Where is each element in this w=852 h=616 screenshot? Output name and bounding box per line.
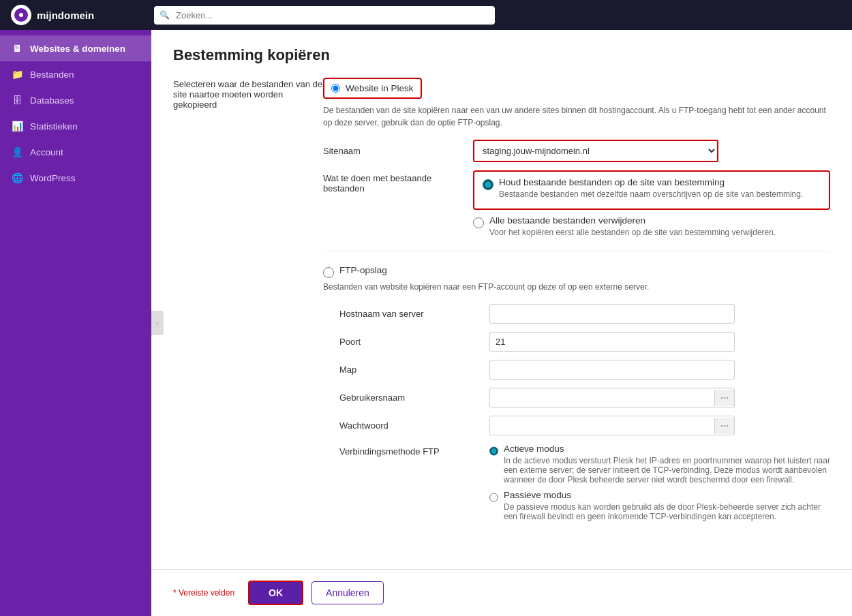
wat-te-doen-label: Wat te doen met bestaande bestanden — [323, 170, 473, 194]
ftp-opslag-label[interactable]: FTP-opslag — [339, 265, 387, 275]
required-note: * Vereiste velden — [173, 588, 234, 598]
wat-te-doen-options: Houd bestaande bestanden op de site van … — [473, 170, 830, 237]
poort-label: Poort — [339, 337, 489, 347]
verbindingsmethode-row: Verbindingsmethode FTP Actieve modus In … — [339, 444, 830, 525]
logo-dot — [19, 13, 23, 17]
gebruikersnaam-input-wrapper: ⋯ — [489, 388, 735, 407]
actieve-modus-desc: In de actieve modus verstuurt Plesk het … — [504, 456, 830, 484]
keep-files-radio[interactable] — [483, 179, 493, 190]
sidebar: 🖥 Websites & domeinen 📁 Bestanden 🗄 Data… — [0, 30, 151, 616]
poort-input-wrapper — [489, 332, 735, 352]
topbar: mijndomein — [0, 0, 852, 30]
sidebar-item-websites[interactable]: 🖥 Websites & domeinen — [0, 35, 151, 61]
section-label: Selecteren waar de bestanden van de site… — [173, 78, 323, 534]
page-title: Bestemming kopiëren — [173, 46, 830, 64]
sitenaam-input-wrapper: staging.jouw-mijndomein.nl — [473, 140, 718, 162]
logo-inner — [14, 8, 28, 22]
website-in-plesk-radio[interactable] — [331, 84, 340, 93]
wachtwoord-label: Wachtwoord — [339, 420, 489, 431]
wachtwoord-row: Wachtwoord ⋯ — [339, 416, 830, 435]
sidebar-item-websites-label: Websites & domeinen — [30, 44, 125, 54]
sidebar-item-databases-label: Databases — [30, 95, 74, 106]
verbindingsmethode-options: Actieve modus In de actieve modus verstu… — [489, 444, 830, 525]
logo-circle — [11, 5, 31, 25]
map-row: Map — [339, 360, 830, 380]
sidebar-item-bestanden-label: Bestanden — [30, 70, 74, 80]
ftp-description: Bestanden van website kopiëren naar een … — [323, 281, 830, 293]
account-icon: 👤 — [11, 146, 23, 158]
main-layout: 🖥 Websites & domeinen 📁 Bestanden 🗄 Data… — [0, 30, 852, 616]
bottom-bar: * Vereiste velden OK Annuleren — [151, 569, 852, 616]
sidebar-item-statistieken-label: Statistieken — [30, 121, 78, 132]
content-area: Bestemming kopiëren Selecteren waar de b… — [151, 30, 852, 569]
actieve-modus-radio[interactable] — [489, 446, 498, 457]
logo: mijndomein — [11, 5, 154, 25]
actieve-modus-option: Actieve modus In de actieve modus verstu… — [489, 444, 830, 484]
poort-input[interactable] — [489, 332, 735, 352]
sidebar-item-databases[interactable]: 🗄 Databases — [0, 87, 151, 113]
form-content: Website in Plesk De bestanden van de sit… — [323, 78, 830, 534]
wat-te-doen-row: Wat te doen met bestaande bestanden Houd… — [323, 170, 830, 237]
remove-files-option: Alle bestaande bestanden verwijderen Voo… — [473, 215, 830, 237]
remove-files-radio[interactable] — [473, 217, 484, 228]
sitenaam-label: Sitenaam — [323, 146, 473, 156]
gebruikersnaam-row: Gebruikersnaam ⋯ — [339, 388, 830, 407]
plesk-description: De bestanden van de site kopiëren naar e… — [323, 104, 830, 129]
sidebar-item-account-label: Account — [30, 147, 63, 157]
wachtwoord-input-group: ⋯ — [489, 416, 735, 435]
ok-button[interactable]: OK — [248, 581, 303, 605]
sidebar-item-wordpress[interactable]: 🌐 WordPress — [0, 165, 151, 191]
sidebar-item-statistieken[interactable]: 📊 Statistieken — [0, 113, 151, 139]
poort-row: Poort — [339, 332, 830, 352]
hostnaam-input[interactable] — [489, 304, 735, 324]
gebruikersnaam-label: Gebruikersnaam — [339, 392, 489, 403]
map-label: Map — [339, 365, 489, 375]
gebruikersnaam-input-group: ⋯ — [489, 388, 735, 407]
remove-files-label[interactable]: Alle bestaande bestanden verwijderen — [489, 215, 645, 226]
ftp-opslag-radio[interactable] — [323, 267, 334, 278]
cancel-button[interactable]: Annuleren — [311, 581, 384, 604]
keep-files-desc: Bestaande bestanden met dezelfde naam ov… — [499, 189, 803, 199]
passieve-modus-radio[interactable] — [489, 492, 498, 503]
wachtwoord-input[interactable] — [490, 416, 714, 435]
sidebar-item-bestanden[interactable]: 📁 Bestanden — [0, 61, 151, 87]
logo-text: mijndomein — [37, 10, 94, 21]
map-input-wrapper — [489, 360, 735, 380]
search-input[interactable] — [154, 6, 495, 25]
sidebar-item-wordpress-label: WordPress — [30, 173, 76, 183]
sidebar-toggle[interactable]: ‹ — [151, 311, 164, 335]
plesk-option-box: Website in Plesk — [323, 78, 422, 99]
keep-files-option: Houd bestaande bestanden op de site van … — [483, 177, 821, 199]
website-in-plesk-label[interactable]: Website in Plesk — [346, 83, 414, 93]
keep-files-label[interactable]: Houd bestaande bestanden op de site van … — [499, 177, 725, 187]
databases-icon: 🗄 — [11, 94, 23, 106]
wordpress-icon: 🌐 — [11, 172, 23, 184]
passieve-modus-option: Passieve modus De passieve modus kan wor… — [489, 490, 830, 521]
map-input[interactable] — [489, 360, 735, 380]
gebruikersnaam-input[interactable] — [490, 388, 714, 407]
hostnaam-row: Hostnaam van server — [339, 304, 830, 324]
passieve-modus-label[interactable]: Passieve modus — [504, 490, 571, 500]
statistieken-icon: 📊 — [11, 120, 23, 132]
gebruikersnaam-browse-btn[interactable]: ⋯ — [714, 390, 734, 406]
ftp-fields: Hostnaam van server Poort — [323, 304, 830, 525]
bestanden-icon: 📁 — [11, 68, 23, 80]
hostnaam-input-wrapper — [489, 304, 735, 324]
websites-icon: 🖥 — [11, 42, 23, 55]
passieve-modus-desc: De passieve modus kan worden gebruikt al… — [504, 502, 830, 521]
search-bar[interactable] — [154, 6, 495, 25]
actieve-modus-label[interactable]: Actieve modus — [504, 444, 564, 454]
wachtwoord-browse-btn[interactable]: ⋯ — [714, 418, 734, 434]
hostnaam-label: Hostnaam van server — [339, 309, 489, 319]
remove-files-desc: Voor het kopiëren eerst alle bestanden o… — [489, 228, 776, 237]
sidebar-item-account[interactable]: 👤 Account — [0, 139, 151, 165]
sitenaam-select[interactable]: staging.jouw-mijndomein.nl — [473, 140, 718, 162]
sitenaam-row: Sitenaam staging.jouw-mijndomein.nl — [323, 140, 830, 162]
form-section: Selecteren waar de bestanden van de site… — [173, 78, 830, 534]
ftp-option: FTP-opslag — [323, 265, 830, 278]
keep-files-box: Houd bestaande bestanden op de site van … — [473, 170, 830, 210]
wachtwoord-input-wrapper: ⋯ — [489, 416, 735, 435]
verbindingsmethode-label: Verbindingsmethode FTP — [339, 444, 489, 457]
